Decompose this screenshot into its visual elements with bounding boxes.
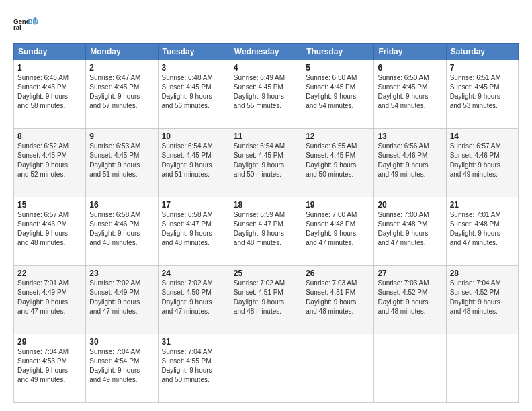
day-number: 7 xyxy=(450,63,515,73)
day-detail: Sunrise: 6:53 AM Sunset: 4:45 PM Dayligh… xyxy=(89,142,154,179)
calendar-cell: 9Sunrise: 6:53 AM Sunset: 4:45 PM Daylig… xyxy=(86,129,158,197)
calendar-cell: 20Sunrise: 7:00 AM Sunset: 4:48 PM Dayli… xyxy=(374,197,446,266)
day-number: 15 xyxy=(17,200,82,210)
day-detail: Sunrise: 6:46 AM Sunset: 4:45 PM Dayligh… xyxy=(17,73,82,111)
day-number: 5 xyxy=(306,63,370,73)
day-detail: Sunrise: 6:59 AM Sunset: 4:47 PM Dayligh… xyxy=(234,210,298,248)
week-row-1: 1Sunrise: 6:46 AM Sunset: 4:45 PM Daylig… xyxy=(14,60,519,129)
calendar-cell: 16Sunrise: 6:58 AM Sunset: 4:46 PM Dayli… xyxy=(86,197,158,266)
day-detail: Sunrise: 7:01 AM Sunset: 4:49 PM Dayligh… xyxy=(17,279,82,316)
calendar-cell: 2Sunrise: 6:47 AM Sunset: 4:45 PM Daylig… xyxy=(86,60,158,129)
day-detail: Sunrise: 6:54 AM Sunset: 4:45 PM Dayligh… xyxy=(234,142,298,179)
day-number: 13 xyxy=(378,132,442,141)
day-number: 26 xyxy=(306,269,370,278)
day-detail: Sunrise: 7:02 AM Sunset: 4:49 PM Dayligh… xyxy=(89,279,154,316)
day-detail: Sunrise: 6:50 AM Sunset: 4:45 PM Dayligh… xyxy=(306,73,370,111)
calendar-cell: 6Sunrise: 6:50 AM Sunset: 4:45 PM Daylig… xyxy=(374,60,446,129)
day-number: 12 xyxy=(306,132,370,141)
day-detail: Sunrise: 6:47 AM Sunset: 4:45 PM Dayligh… xyxy=(89,73,154,111)
day-detail: Sunrise: 6:50 AM Sunset: 4:45 PM Dayligh… xyxy=(378,73,442,111)
day-number: 25 xyxy=(234,269,298,278)
day-number: 16 xyxy=(89,200,154,210)
day-number: 18 xyxy=(234,200,298,210)
calendar-cell: 13Sunrise: 6:56 AM Sunset: 4:46 PM Dayli… xyxy=(374,129,446,197)
day-detail: Sunrise: 7:02 AM Sunset: 4:51 PM Dayligh… xyxy=(234,279,298,316)
column-header-wednesday: Wednesday xyxy=(230,44,302,60)
day-detail: Sunrise: 6:58 AM Sunset: 4:47 PM Dayligh… xyxy=(162,210,226,248)
week-row-2: 8Sunrise: 6:52 AM Sunset: 4:45 PM Daylig… xyxy=(14,129,519,197)
calendar-cell: 12Sunrise: 6:55 AM Sunset: 4:45 PM Dayli… xyxy=(302,129,374,197)
day-detail: Sunrise: 7:04 AM Sunset: 4:52 PM Dayligh… xyxy=(450,279,515,316)
day-number: 22 xyxy=(17,269,82,278)
day-number: 2 xyxy=(89,63,154,73)
day-detail: Sunrise: 6:57 AM Sunset: 4:46 PM Dayligh… xyxy=(17,210,82,248)
day-number: 6 xyxy=(378,63,442,73)
page: Gene ral Blue SundayMondayTuesdayWednesd… xyxy=(0,0,532,411)
calendar-cell: 22Sunrise: 7:01 AM Sunset: 4:49 PM Dayli… xyxy=(14,266,86,334)
day-detail: Sunrise: 7:00 AM Sunset: 4:48 PM Dayligh… xyxy=(378,210,442,248)
day-detail: Sunrise: 7:04 AM Sunset: 4:53 PM Dayligh… xyxy=(17,347,82,385)
day-detail: Sunrise: 6:56 AM Sunset: 4:46 PM Dayligh… xyxy=(378,142,442,179)
header: Gene ral Blue xyxy=(13,12,519,36)
column-header-tuesday: Tuesday xyxy=(158,44,230,60)
day-number: 3 xyxy=(162,63,226,73)
day-number: 17 xyxy=(162,200,226,210)
day-number: 9 xyxy=(89,132,154,141)
day-detail: Sunrise: 6:54 AM Sunset: 4:45 PM Dayligh… xyxy=(162,142,226,179)
calendar-table: SundayMondayTuesdayWednesdayThursdayFrid… xyxy=(13,43,519,403)
day-number: 19 xyxy=(306,200,370,210)
day-number: 8 xyxy=(17,132,82,141)
calendar-cell xyxy=(230,334,302,403)
day-number: 30 xyxy=(89,337,154,347)
day-detail: Sunrise: 6:49 AM Sunset: 4:45 PM Dayligh… xyxy=(234,73,298,111)
day-number: 31 xyxy=(162,337,226,347)
calendar-cell: 10Sunrise: 6:54 AM Sunset: 4:45 PM Dayli… xyxy=(158,129,230,197)
week-row-5: 29Sunrise: 7:04 AM Sunset: 4:53 PM Dayli… xyxy=(14,334,519,403)
week-row-4: 22Sunrise: 7:01 AM Sunset: 4:49 PM Dayli… xyxy=(14,266,519,334)
calendar-cell: 4Sunrise: 6:49 AM Sunset: 4:45 PM Daylig… xyxy=(230,60,302,129)
day-number: 14 xyxy=(450,132,515,141)
calendar-cell: 25Sunrise: 7:02 AM Sunset: 4:51 PM Dayli… xyxy=(230,266,302,334)
calendar-cell: 7Sunrise: 6:51 AM Sunset: 4:45 PM Daylig… xyxy=(446,60,518,129)
calendar-cell: 17Sunrise: 6:58 AM Sunset: 4:47 PM Dayli… xyxy=(158,197,230,266)
day-detail: Sunrise: 6:51 AM Sunset: 4:45 PM Dayligh… xyxy=(450,73,515,111)
day-number: 4 xyxy=(234,63,298,73)
day-number: 28 xyxy=(450,269,515,278)
column-header-monday: Monday xyxy=(86,44,158,60)
column-header-saturday: Saturday xyxy=(446,44,518,60)
calendar-cell: 21Sunrise: 7:01 AM Sunset: 4:48 PM Dayli… xyxy=(446,197,518,266)
calendar-cell: 26Sunrise: 7:03 AM Sunset: 4:51 PM Dayli… xyxy=(302,266,374,334)
calendar-cell xyxy=(302,334,374,403)
day-number: 10 xyxy=(162,132,226,141)
calendar-cell: 3Sunrise: 6:48 AM Sunset: 4:45 PM Daylig… xyxy=(158,60,230,129)
day-detail: Sunrise: 6:52 AM Sunset: 4:45 PM Dayligh… xyxy=(17,142,82,179)
day-number: 23 xyxy=(89,269,154,278)
column-header-thursday: Thursday xyxy=(302,44,374,60)
day-number: 27 xyxy=(378,269,442,278)
day-detail: Sunrise: 7:03 AM Sunset: 4:51 PM Dayligh… xyxy=(306,279,370,316)
calendar-cell: 8Sunrise: 6:52 AM Sunset: 4:45 PM Daylig… xyxy=(14,129,86,197)
day-detail: Sunrise: 7:04 AM Sunset: 4:55 PM Dayligh… xyxy=(162,347,226,385)
svg-text:ral: ral xyxy=(13,24,21,31)
day-number: 11 xyxy=(234,132,298,141)
day-number: 1 xyxy=(17,63,82,73)
logo: Gene ral Blue xyxy=(13,12,38,36)
calendar-body: 1Sunrise: 6:46 AM Sunset: 4:45 PM Daylig… xyxy=(14,60,519,403)
day-number: 20 xyxy=(378,200,442,210)
calendar-cell: 29Sunrise: 7:04 AM Sunset: 4:53 PM Dayli… xyxy=(14,334,86,403)
column-header-friday: Friday xyxy=(374,44,446,60)
calendar-cell: 14Sunrise: 6:57 AM Sunset: 4:46 PM Dayli… xyxy=(446,129,518,197)
week-row-3: 15Sunrise: 6:57 AM Sunset: 4:46 PM Dayli… xyxy=(14,197,519,266)
calendar-header-row: SundayMondayTuesdayWednesdayThursdayFrid… xyxy=(14,44,519,60)
day-detail: Sunrise: 7:01 AM Sunset: 4:48 PM Dayligh… xyxy=(450,210,515,248)
calendar-cell: 30Sunrise: 7:04 AM Sunset: 4:54 PM Dayli… xyxy=(86,334,158,403)
calendar-cell: 31Sunrise: 7:04 AM Sunset: 4:55 PM Dayli… xyxy=(158,334,230,403)
day-detail: Sunrise: 6:57 AM Sunset: 4:46 PM Dayligh… xyxy=(450,142,515,179)
calendar-cell: 5Sunrise: 6:50 AM Sunset: 4:45 PM Daylig… xyxy=(302,60,374,129)
calendar-cell: 28Sunrise: 7:04 AM Sunset: 4:52 PM Dayli… xyxy=(446,266,518,334)
calendar-cell: 18Sunrise: 6:59 AM Sunset: 4:47 PM Dayli… xyxy=(230,197,302,266)
day-detail: Sunrise: 7:03 AM Sunset: 4:52 PM Dayligh… xyxy=(378,279,442,316)
calendar-cell xyxy=(446,334,518,403)
column-header-sunday: Sunday xyxy=(14,44,86,60)
calendar-cell: 1Sunrise: 6:46 AM Sunset: 4:45 PM Daylig… xyxy=(14,60,86,129)
